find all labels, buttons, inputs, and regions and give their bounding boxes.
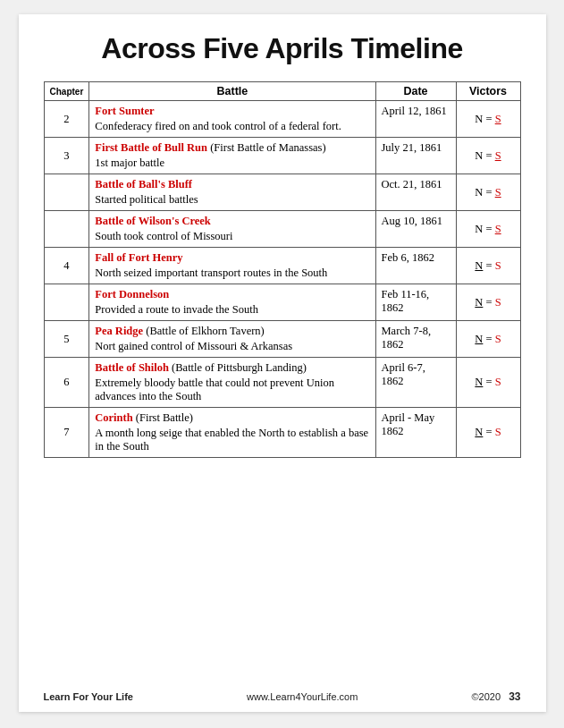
cell-battle: First Battle of Bull Run (First Battle o…: [89, 138, 375, 174]
cell-victors: N = S: [456, 321, 520, 358]
victor-s: S: [495, 113, 501, 125]
battle-desc: Confederacy fired on and took control of…: [95, 120, 369, 133]
cell-chapter: 4: [44, 248, 89, 284]
cell-battle: Fort DonnelsonProvided a route to invade…: [89, 284, 375, 321]
battle-title: First Battle of Bull Run: [95, 141, 207, 154]
battle-title: Fort Sumter: [95, 105, 154, 117]
header-battle: Battle: [89, 82, 375, 101]
cell-chapter: 2: [44, 101, 89, 138]
cell-chapter: [44, 211, 89, 248]
cell-victors: N = S: [456, 101, 520, 138]
battle-title: Battle of Ball's Bluff: [95, 178, 192, 190]
victor-s: S: [495, 259, 501, 272]
header-victors: Victors: [456, 82, 520, 101]
table-row: 3First Battle of Bull Run (First Battle …: [44, 138, 520, 174]
battle-desc: Started political battles: [95, 193, 369, 207]
table-row: 5Pea Ridge (Battle of Elkhorn Tavern)Nor…: [44, 321, 520, 358]
victor-s: S: [495, 426, 501, 438]
cell-date: Oct. 21, 1861: [375, 174, 456, 211]
cell-date: April - May 1862: [375, 408, 456, 458]
cell-battle: Corinth (First Battle)A month long seige…: [89, 408, 375, 458]
footer-copyright: ©2020: [471, 691, 501, 702]
victor-s: S: [495, 223, 501, 235]
cell-battle: Battle of Wilson's CreekSouth took contr…: [89, 211, 375, 248]
victor-eq: =: [483, 259, 494, 272]
cell-victors: N = S: [456, 358, 520, 408]
victor-eq: =: [483, 296, 494, 309]
page: Across Five Aprils Timeline Chapter Batt…: [19, 14, 546, 712]
victor-eq: =: [483, 333, 494, 345]
cell-chapter: 5: [44, 321, 89, 358]
footer-right: ©2020 33: [471, 690, 520, 703]
cell-date: Feb 6, 1862: [375, 248, 456, 284]
footer-center: www.Learn4YourLife.com: [247, 691, 358, 702]
victor-s: S: [495, 296, 501, 309]
victor-eq: =: [483, 113, 494, 125]
battle-desc: Provided a route to invade the South: [95, 303, 369, 317]
timeline-table: Chapter Battle Date Victors 2Fort Sumter…: [44, 81, 521, 458]
cell-battle: Fall of Fort HenryNorth seized important…: [89, 248, 375, 284]
cell-chapter: 6: [44, 358, 89, 408]
victor-eq: =: [483, 376, 494, 388]
cell-date: March 7-8, 1862: [375, 321, 456, 358]
cell-chapter: 7: [44, 408, 89, 458]
battle-title: Battle of Wilson's Creek: [95, 215, 211, 227]
victor-s: S: [495, 376, 501, 388]
cell-victors: N = S: [456, 284, 520, 321]
battle-subtitle: (Battle of Pittsburgh Landing): [169, 361, 307, 374]
cell-battle: Battle of Shiloh (Battle of Pittsburgh L…: [89, 358, 375, 408]
header-date: Date: [375, 82, 456, 101]
cell-victors: N = S: [456, 408, 520, 458]
table-row: 2Fort SumterConfederacy fired on and too…: [44, 101, 520, 138]
cell-victors: N = S: [456, 211, 520, 248]
cell-victors: N = S: [456, 248, 520, 284]
victor-eq: =: [483, 149, 494, 162]
table-row: 6Battle of Shiloh (Battle of Pittsburgh …: [44, 358, 520, 408]
battle-subtitle: (First Battle): [133, 411, 193, 424]
battle-title: Battle of Shiloh: [95, 361, 169, 374]
cell-battle: Battle of Ball's BluffStarted political …: [89, 174, 375, 211]
battle-subtitle: (Battle of Elkhorn Tavern): [143, 325, 265, 337]
cell-battle: Fort SumterConfederacy fired on and took…: [89, 101, 375, 138]
cell-victors: N = S: [456, 138, 520, 174]
cell-chapter: 3: [44, 138, 89, 174]
cell-date: Feb 11-16, 1862: [375, 284, 456, 321]
victor-s: S: [495, 186, 501, 199]
table-row: 4Fall of Fort HenryNorth seized importan…: [44, 248, 520, 284]
victor-eq: =: [483, 223, 494, 235]
battle-desc: Extremely bloody battle that could not p…: [95, 377, 369, 403]
footer-left: Learn For Your Life: [44, 691, 133, 702]
cell-battle: Pea Ridge (Battle of Elkhorn Tavern)Nort…: [89, 321, 375, 358]
victor-eq: =: [483, 186, 494, 199]
cell-victors: N = S: [456, 174, 520, 211]
battle-desc: A month long seige that enabled the Nort…: [95, 427, 369, 453]
footer-page: 33: [509, 690, 520, 703]
page-title: Across Five Aprils Timeline: [44, 32, 521, 65]
table-row: Fort DonnelsonProvided a route to invade…: [44, 284, 520, 321]
cell-chapter: [44, 174, 89, 211]
battle-title: Pea Ridge: [95, 325, 143, 337]
table-row: Battle of Ball's BluffStarted political …: [44, 174, 520, 211]
cell-chapter: [44, 284, 89, 321]
battle-desc: North seized important transport routes …: [95, 267, 369, 280]
battle-desc: 1st major battle: [95, 157, 369, 170]
cell-date: Aug 10, 1861: [375, 211, 456, 248]
battle-desc: Nort gained control of Missouri & Arkans…: [95, 340, 369, 353]
cell-date: July 21, 1861: [375, 138, 456, 174]
battle-title: Fort Donnelson: [95, 288, 169, 301]
victor-s: S: [495, 333, 501, 345]
cell-date: April 6-7, 1862: [375, 358, 456, 408]
table-row: 7Corinth (First Battle)A month long seig…: [44, 408, 520, 458]
battle-subtitle: (First Battle of Manassas): [207, 141, 326, 154]
battle-desc: South took control of Missouri: [95, 230, 369, 243]
table-row: Battle of Wilson's CreekSouth took contr…: [44, 211, 520, 248]
victor-eq: =: [483, 426, 494, 438]
header-chapter: Chapter: [44, 82, 89, 101]
cell-date: April 12, 1861: [375, 101, 456, 138]
battle-title: Fall of Fort Henry: [95, 251, 182, 264]
footer: Learn For Your Life www.Learn4YourLife.c…: [19, 690, 546, 703]
battle-title: Corinth: [95, 411, 132, 424]
victor-s: S: [495, 149, 501, 162]
